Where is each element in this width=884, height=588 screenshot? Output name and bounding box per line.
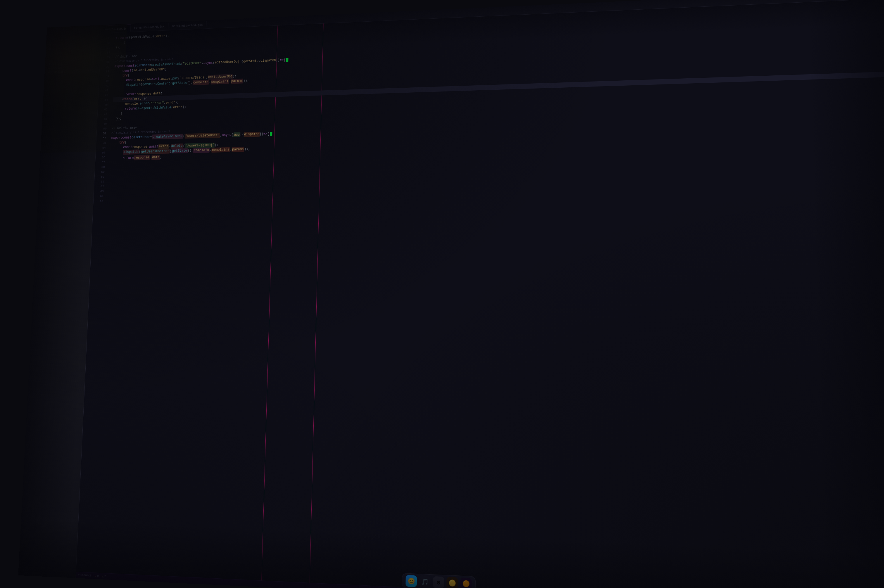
line-number: 61 (95, 179, 104, 184)
dock-icon-settings[interactable]: ⚙️ (433, 576, 444, 588)
finder-icon: 😊 (408, 577, 415, 585)
settings-icon: ⚙️ (437, 578, 441, 586)
line-number: 59 (95, 170, 105, 174)
tab-label3: GettingStarted.jsx (172, 23, 203, 28)
tab-label2: ForgotPassword.jsx (134, 25, 165, 30)
dock-icon-app1[interactable]: 🟡 (446, 577, 458, 588)
warning-icon: ⚠ (102, 574, 104, 578)
line-number: 57 (95, 160, 105, 165)
status-warning-count: 2 (104, 575, 106, 578)
line-number: 60 (95, 174, 104, 180)
error-icon: ✕ (95, 574, 96, 578)
dock-icon-music[interactable]: 🎵 (419, 576, 431, 588)
line-number: 56 (95, 155, 105, 160)
code-content: return rejectWithValue(error); } }); (90, 0, 884, 588)
screen-container: SRC App.css App.jsx index.css ▸ routes ▸… (18, 0, 884, 588)
editor-main: usersSlice.js ForgotPassword.jsx Getting… (76, 0, 884, 588)
dock-icon-app2[interactable]: 🟠 (460, 578, 471, 588)
line-number: 63 (94, 189, 104, 194)
status-errors[interactable]: ✕ 0 (95, 574, 99, 578)
branch-icon: ⑂ (78, 574, 80, 577)
app2-icon: 🟠 (462, 579, 470, 588)
corner-dark (41, 24, 127, 153)
editor-wrapper: SRC App.css App.jsx index.css ▸ routes ▸… (18, 0, 884, 588)
status-error-count: 0 (97, 574, 99, 578)
line-number: 64 (93, 194, 104, 199)
status-warnings[interactable]: ⚠ 2 (102, 574, 106, 578)
line-number: 62 (94, 184, 104, 189)
line-number: 58 (95, 165, 105, 170)
app1-icon: 🟡 (449, 579, 456, 587)
status-branch-label: Connect (80, 574, 92, 578)
status-branch[interactable]: ⑂ Connect (78, 574, 92, 578)
dock-icon-finder[interactable]: 😊 (405, 575, 417, 587)
code-area: 31 32 33 34 35 36 37 38 39 40 41 42 43 4… (76, 0, 884, 588)
line-number: 65 (93, 199, 103, 204)
music-icon: 🎵 (421, 578, 429, 586)
